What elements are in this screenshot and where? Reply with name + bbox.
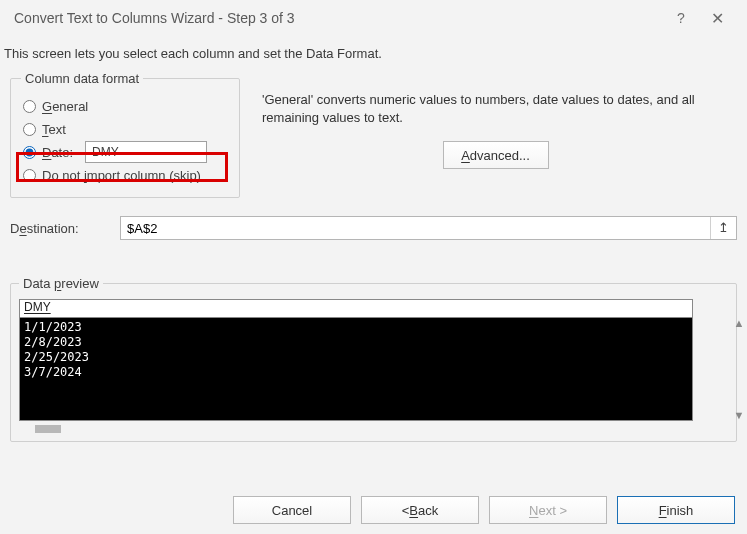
preview-legend: Data preview	[19, 276, 103, 291]
label-text[interactable]: Text	[42, 122, 66, 137]
scroll-down-icon[interactable]: ▼	[734, 409, 745, 421]
radio-text[interactable]	[23, 123, 36, 136]
date-order-value: DMY	[92, 145, 119, 159]
scroll-up-icon[interactable]: ▲	[734, 317, 745, 329]
radio-date[interactable]	[23, 146, 36, 159]
label-date[interactable]: Date:	[42, 145, 73, 160]
next-button: Next >	[489, 496, 607, 524]
close-button[interactable]: ✕	[699, 9, 735, 28]
radio-general[interactable]	[23, 100, 36, 113]
help-button[interactable]: ?	[663, 10, 699, 26]
scroll-thumb[interactable]	[35, 425, 61, 433]
titlebar: Convert Text to Columns Wizard - Step 3 …	[0, 0, 747, 36]
destination-label: Destination:	[10, 221, 110, 236]
back-button[interactable]: < Back	[361, 496, 479, 524]
chevron-down-icon: ⌄	[194, 147, 202, 157]
range-picker-icon[interactable]: ↥	[710, 217, 736, 239]
advanced-button[interactable]: Advanced...	[443, 141, 549, 169]
dialog-title: Convert Text to Columns Wizard - Step 3 …	[14, 10, 295, 26]
format-legend: Column data format	[21, 71, 143, 86]
label-general[interactable]: General	[42, 99, 88, 114]
data-preview-group: Data preview DMY 1/1/2023 2/8/2023 2/25/…	[10, 276, 737, 442]
preview-body: 1/1/2023 2/8/2023 2/25/2023 3/7/2024	[19, 317, 693, 421]
column-data-format-group: Column data format General Text Date: DM…	[10, 71, 240, 198]
preview-column-header[interactable]: DMY	[19, 299, 693, 317]
date-order-combo[interactable]: DMY ⌄	[85, 141, 207, 163]
instruction-text: This screen lets you select each column …	[4, 46, 743, 61]
radio-skip[interactable]	[23, 169, 36, 182]
label-skip[interactable]: Do not import column (skip)	[42, 168, 201, 183]
destination-input[interactable]	[121, 217, 710, 239]
finish-button[interactable]: Finish	[617, 496, 735, 524]
cancel-button[interactable]: Cancel	[233, 496, 351, 524]
general-hint: 'General' converts numeric values to num…	[262, 91, 729, 127]
